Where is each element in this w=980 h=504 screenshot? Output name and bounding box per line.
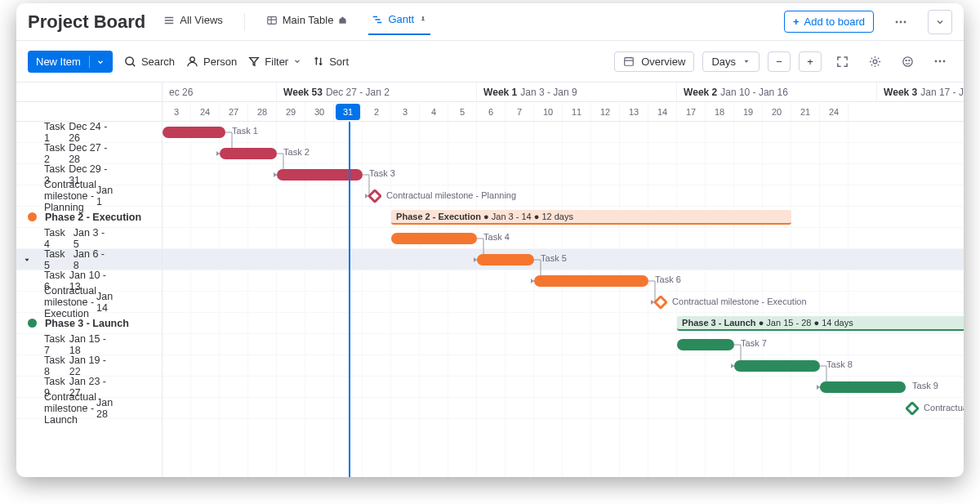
- day-header-cell: 2: [363, 102, 391, 121]
- gantt-grid[interactable]: Task 1Task 2Task 3Contractual milestone …: [163, 122, 964, 477]
- search-button[interactable]: Search: [124, 56, 175, 68]
- day-header-cell: 17: [677, 102, 706, 121]
- filter-label: Filter: [265, 56, 288, 68]
- svg-point-28: [939, 60, 942, 63]
- person-icon: [186, 56, 198, 68]
- overview-button[interactable]: Overview: [614, 51, 694, 72]
- new-item-button[interactable]: New Item: [28, 51, 113, 73]
- svg-point-9: [896, 20, 898, 23]
- milestone-label: Contractual milestone - Launch: [924, 403, 964, 413]
- gantt-pane[interactable]: ec 26Week 53 Dec 27 - Jan 2Week 1 Jan 3 …: [163, 83, 964, 477]
- day-header-cell: 27: [220, 102, 248, 121]
- milestone-marker[interactable]: Contractual milestone - Execution: [654, 296, 667, 309]
- day-header-cell: 29: [277, 102, 305, 121]
- filter-button[interactable]: Filter: [248, 56, 301, 68]
- chevron-down-icon: [293, 57, 301, 65]
- bar-label: Task 9: [912, 381, 938, 390]
- search-icon: [124, 56, 136, 68]
- gantt-bar[interactable]: Task 9: [820, 381, 906, 393]
- left-week-header: [16, 83, 162, 102]
- gantt-bar[interactable]: Task 1: [163, 127, 225, 138]
- day-header-cell: 31: [336, 104, 361, 120]
- day-header-cell: 18: [706, 102, 734, 121]
- day-header-cell: 6: [477, 102, 506, 121]
- task-row[interactable]: Task 1Dec 24 - 26: [16, 122, 162, 143]
- toolbar: New Item Search Person Filter Sort Over: [16, 41, 964, 83]
- gantt-bar[interactable]: Task 2: [220, 148, 277, 159]
- milestone-row[interactable]: Contractual milestone - ExecutionJan 14: [16, 292, 162, 313]
- day-header-cell: 20: [763, 102, 791, 121]
- day-header-cell: 30: [305, 102, 334, 121]
- table-icon: [266, 15, 278, 26]
- day-header-cell: 24: [820, 102, 849, 121]
- day-header-cell: 28: [248, 102, 277, 121]
- fullscreen-button[interactable]: [830, 49, 854, 74]
- home-icon: [338, 16, 347, 25]
- dots-icon: [894, 16, 907, 29]
- hamburger-icon: [163, 15, 175, 26]
- day-header-cell: 11: [563, 102, 591, 121]
- svg-rect-18: [625, 58, 634, 66]
- bar-label: Task 5: [541, 253, 567, 263]
- svg-rect-3: [268, 16, 277, 24]
- zoom-out-button[interactable]: −: [768, 51, 791, 72]
- phase-strip[interactable]: Phase 2 - Execution ● Jan 3 - 14 ● 12 da…: [391, 210, 791, 225]
- milestone-row[interactable]: Contractual milestone - LaunchJan 28: [16, 398, 162, 419]
- gantt-bar[interactable]: Task 7: [677, 339, 734, 350]
- day-header-cell: 3: [163, 102, 191, 121]
- phase-strip[interactable]: Phase 3 - Launch ● Jan 15 - 28 ● 14 days: [677, 316, 964, 331]
- plus-icon: +: [793, 16, 800, 28]
- zoom-select[interactable]: Days: [702, 51, 760, 72]
- chevron-down-icon: [935, 17, 945, 27]
- board-title: Project Board: [28, 11, 145, 33]
- more-menu-button[interactable]: [889, 10, 913, 34]
- caret-down-icon: [742, 57, 751, 65]
- gantt-bar[interactable]: Task 5: [477, 254, 534, 265]
- day-header-cell: 21: [791, 102, 820, 121]
- bar-label: Task 8: [826, 359, 853, 369]
- zoom-in-button[interactable]: +: [799, 51, 822, 72]
- day-header-cell: 3: [391, 102, 420, 121]
- calendar-icon: [623, 56, 635, 67]
- week-header: ec 26Week 53 Dec 27 - Jan 2Week 1 Jan 3 …: [163, 83, 964, 102]
- gantt-icon: [372, 14, 383, 25]
- svg-marker-40: [655, 297, 666, 308]
- day-header: 3242728293031234567101112131417181920212…: [163, 102, 964, 122]
- svg-line-13: [132, 64, 135, 66]
- task-row[interactable]: Task 4Jan 3 - 5: [16, 228, 162, 249]
- expand-row-icon[interactable]: [21, 256, 33, 264]
- svg-marker-30: [24, 258, 29, 261]
- day-header-cell: 7: [506, 102, 534, 121]
- week-header-cell: Week 1 Jan 3 - Jan 9: [477, 83, 677, 101]
- tab-gantt[interactable]: Gantt: [368, 8, 430, 35]
- day-header-cell: 4: [420, 102, 448, 121]
- task-row[interactable]: Task 2Dec 27 - 28: [16, 143, 162, 164]
- gantt-bar[interactable]: Task 6: [534, 275, 648, 287]
- day-header-cell: 19: [734, 102, 763, 121]
- add-to-board-button[interactable]: + Add to board: [784, 11, 874, 33]
- settings-button[interactable]: [862, 49, 887, 74]
- collapse-button[interactable]: [928, 10, 952, 34]
- feedback-button[interactable]: [895, 49, 920, 74]
- task-row[interactable]: Task 7Jan 15 - 18: [16, 334, 162, 355]
- person-filter-button[interactable]: Person: [186, 56, 237, 68]
- day-header-cell: 14: [648, 102, 677, 121]
- task-list: Task 1Dec 24 - 26Task 2Dec 27 - 28Task 3…: [16, 122, 162, 477]
- gantt-bar[interactable]: Task 4: [391, 233, 477, 244]
- zoom-label: Days: [711, 56, 736, 68]
- tab-main-table[interactable]: Main Table: [263, 9, 351, 34]
- milestone-marker[interactable]: Contractual milestone - Launch: [906, 402, 919, 415]
- view-tabs: All Views Main Table Gantt: [160, 8, 430, 35]
- svg-point-24: [902, 56, 911, 65]
- top-bar: Project Board All Views Main Table Gantt…: [16, 3, 964, 41]
- milestone-row[interactable]: Contractual milestone - PlanningJan 1: [16, 185, 162, 207]
- task-row[interactable]: Task 8Jan 19 - 22: [16, 355, 162, 377]
- milestone-marker[interactable]: Contractual milestone - Planning: [368, 190, 381, 203]
- gantt-bar[interactable]: Task 8: [734, 360, 820, 372]
- task-row[interactable]: Task 5Jan 6 - 8: [16, 249, 162, 270]
- more-button[interactable]: [928, 49, 952, 74]
- gear-icon: [869, 56, 881, 68]
- tab-all-views-label: All Views: [180, 14, 223, 26]
- tab-all-views[interactable]: All Views: [160, 9, 226, 34]
- sort-button[interactable]: Sort: [313, 56, 349, 68]
